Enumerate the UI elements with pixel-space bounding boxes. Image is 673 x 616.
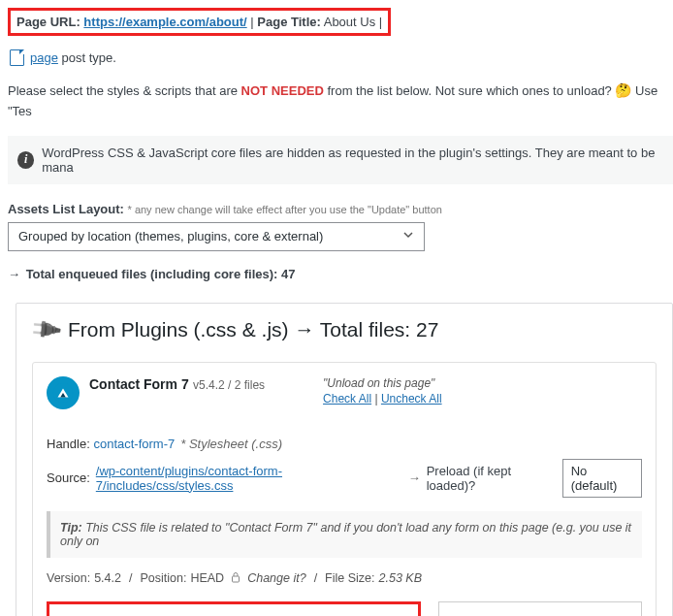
page-url-box: Page URL: https://example.com/about/ | P… [8, 8, 391, 36]
info-bar: i WordPress CSS & JavaScript core files … [8, 136, 673, 184]
page-url-link[interactable]: https://example.com/about/ [83, 15, 246, 29]
plugins-panel: 🔌 From Plugins (.css & .js) → Total file… [16, 303, 673, 616]
plugin-meta: v5.4.2 / 2 files [190, 378, 265, 392]
source-link[interactable]: /wp-content/plugins/contact-form-7/inclu… [96, 464, 402, 493]
version-value: 5.4.2 [94, 571, 121, 585]
post-type-link[interactable]: page [30, 50, 58, 65]
layout-note: * any new change will take effect after … [128, 204, 442, 215]
tip-box: Tip: This CSS file is related to "Contac… [47, 511, 642, 558]
page-title-label: Page Title: [257, 15, 321, 29]
total-enqueued: → Total enqueued files (including core f… [8, 267, 673, 281]
post-type-row: page post type. [10, 49, 673, 66]
thinking-emoji-icon: 🤔 [615, 82, 631, 98]
plugin-logo-icon [47, 376, 80, 409]
plug-icon: 🔌 [27, 311, 63, 347]
source-row: Source: /wp-content/plugins/contact-form… [47, 459, 642, 498]
plugin-name: Contact Form 7 [89, 376, 189, 392]
uncheck-all-link[interactable]: Uncheck All [381, 392, 442, 405]
info-icon: i [17, 151, 34, 169]
lock-icon [230, 571, 241, 586]
instructions: Please select the styles & scripts that … [8, 80, 673, 122]
post-type-suffix: post type. [58, 50, 116, 65]
total-count: 47 [281, 267, 295, 281]
preload-label: Preload (if kept loaded)? [427, 464, 557, 493]
page-title-value: About Us [324, 15, 375, 29]
info-text: WordPress CSS & JavaScript core files ar… [42, 146, 663, 175]
position-value: HEAD [190, 571, 224, 585]
layout-label: Assets List Layout: [8, 202, 124, 216]
unload-hint: "Unload on this page" [323, 376, 442, 390]
layout-selected: Grouped by location (themes, plugins, co… [18, 229, 323, 243]
meta-row: Version: 5.4.2 / Position: HEAD Change i… [47, 571, 642, 586]
chevron-down-icon [402, 229, 414, 243]
change-link[interactable]: Change it? [247, 571, 305, 585]
not-needed-text: NOT NEEDED [241, 83, 324, 98]
handle-row: Handle: contact-form-7* Stylesheet (.css… [47, 437, 642, 451]
page-icon [10, 49, 24, 66]
handle-type: * Stylesheet (.css) [180, 437, 282, 451]
check-all-link[interactable]: Check All [323, 392, 371, 405]
page-url-label: Page URL: [16, 15, 80, 29]
handle-value: contact-form-7 [93, 437, 175, 451]
panel-title: 🔌 From Plugins (.css & .js) → Total file… [32, 317, 657, 342]
unload-all-pages-group: Unload on All Pages of "page" [438, 601, 642, 616]
filesize-value: 2.53 KB [379, 571, 422, 585]
unload-highlight-box: Unload on this page Unload site-wide * e… [47, 601, 421, 616]
preload-select[interactable]: No (default) [562, 459, 642, 498]
plugin-card: Contact Form 7 v5.4.2 / 2 files "Unload … [32, 362, 657, 616]
svg-rect-1 [233, 576, 240, 582]
layout-select[interactable]: Grouped by location (themes, plugins, co… [8, 222, 425, 251]
